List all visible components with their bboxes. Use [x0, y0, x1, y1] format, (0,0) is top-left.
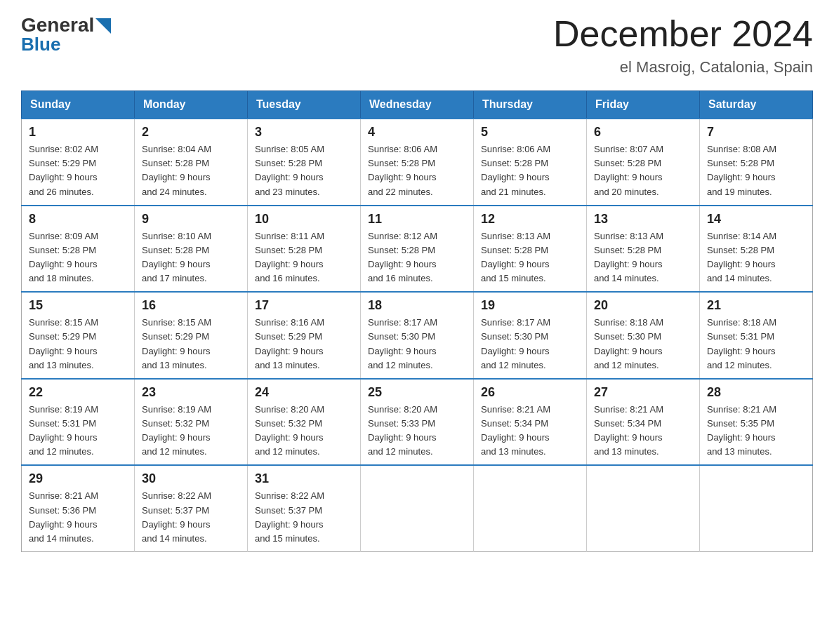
day-number: 13 [594, 212, 692, 227]
daylight-minutes: and 18 minutes. [29, 273, 94, 283]
daylight-label: Daylight: 9 hours [707, 432, 776, 443]
daylight-label: Daylight: 9 hours [29, 259, 98, 269]
calendar-week-row: 22 Sunrise: 8:19 AM Sunset: 5:31 PM Dayl… [22, 379, 813, 466]
day-info: Sunrise: 8:05 AM Sunset: 5:28 PM Dayligh… [255, 142, 353, 199]
day-number: 20 [594, 298, 692, 313]
calendar-day-cell: 19 Sunrise: 8:17 AM Sunset: 5:30 PM Dayl… [474, 292, 587, 379]
sunset-label: Sunset: 5:34 PM [481, 418, 548, 429]
daylight-label: Daylight: 9 hours [368, 432, 437, 443]
col-monday: Monday [135, 91, 248, 119]
sunrise-label: Sunrise: 8:18 AM [707, 317, 776, 328]
sunrise-label: Sunrise: 8:19 AM [29, 404, 98, 415]
daylight-minutes: and 16 minutes. [368, 273, 433, 283]
daylight-minutes: and 14 minutes. [29, 533, 94, 544]
calendar-day-cell: 17 Sunrise: 8:16 AM Sunset: 5:29 PM Dayl… [248, 292, 361, 379]
sunrise-label: Sunrise: 8:06 AM [481, 144, 550, 154]
calendar-header-row: Sunday Monday Tuesday Wednesday Thursday… [22, 91, 813, 119]
day-number: 1 [29, 125, 127, 140]
sunrise-label: Sunrise: 8:21 AM [481, 404, 550, 415]
daylight-minutes: and 12 minutes. [594, 360, 659, 370]
calendar-day-cell: 6 Sunrise: 8:07 AM Sunset: 5:28 PM Dayli… [587, 119, 700, 206]
col-friday: Friday [587, 91, 700, 119]
sunset-label: Sunset: 5:29 PM [255, 331, 322, 342]
calendar-day-cell [587, 465, 700, 551]
day-number: 6 [594, 125, 692, 140]
daylight-label: Daylight: 9 hours [594, 172, 663, 182]
daylight-label: Daylight: 9 hours [481, 259, 550, 269]
sunrise-label: Sunrise: 8:17 AM [368, 317, 437, 328]
calendar-day-cell: 9 Sunrise: 8:10 AM Sunset: 5:28 PM Dayli… [135, 206, 248, 293]
sunset-label: Sunset: 5:33 PM [368, 418, 435, 429]
sunrise-label: Sunrise: 8:12 AM [368, 231, 437, 241]
calendar-day-cell: 1 Sunrise: 8:02 AM Sunset: 5:29 PM Dayli… [22, 119, 135, 206]
sunset-label: Sunset: 5:32 PM [142, 418, 209, 429]
daylight-minutes: and 12 minutes. [368, 446, 433, 457]
day-info: Sunrise: 8:15 AM Sunset: 5:29 PM Dayligh… [142, 316, 240, 373]
day-number: 25 [368, 385, 466, 400]
day-info: Sunrise: 8:19 AM Sunset: 5:32 PM Dayligh… [142, 403, 240, 459]
day-number: 27 [594, 385, 692, 400]
sunrise-label: Sunrise: 8:22 AM [142, 490, 211, 501]
daylight-minutes: and 13 minutes. [142, 360, 207, 370]
day-number: 8 [29, 212, 127, 227]
sunset-label: Sunset: 5:28 PM [707, 158, 774, 168]
calendar-day-cell: 23 Sunrise: 8:19 AM Sunset: 5:32 PM Dayl… [135, 379, 248, 466]
col-sunday: Sunday [22, 91, 135, 119]
day-info: Sunrise: 8:07 AM Sunset: 5:28 PM Dayligh… [594, 142, 692, 199]
calendar-day-cell [700, 465, 813, 551]
daylight-minutes: and 12 minutes. [29, 446, 94, 457]
daylight-minutes: and 13 minutes. [481, 446, 546, 457]
daylight-minutes: and 12 minutes. [255, 446, 320, 457]
col-tuesday: Tuesday [248, 91, 361, 119]
daylight-minutes: and 22 minutes. [368, 187, 433, 197]
day-number: 7 [707, 125, 805, 140]
calendar-day-cell: 12 Sunrise: 8:13 AM Sunset: 5:28 PM Dayl… [474, 206, 587, 293]
sunrise-label: Sunrise: 8:20 AM [368, 404, 437, 415]
sunset-label: Sunset: 5:35 PM [707, 418, 774, 429]
daylight-label: Daylight: 9 hours [594, 259, 663, 269]
day-info: Sunrise: 8:10 AM Sunset: 5:28 PM Dayligh… [142, 229, 240, 286]
sunrise-label: Sunrise: 8:11 AM [255, 231, 324, 241]
day-info: Sunrise: 8:09 AM Sunset: 5:28 PM Dayligh… [29, 229, 127, 286]
sunset-label: Sunset: 5:28 PM [594, 245, 661, 255]
daylight-minutes: and 12 minutes. [707, 360, 772, 370]
sunrise-label: Sunrise: 8:18 AM [594, 317, 663, 328]
calendar-body: 1 Sunrise: 8:02 AM Sunset: 5:29 PM Dayli… [22, 119, 813, 551]
daylight-label: Daylight: 9 hours [255, 172, 324, 182]
daylight-label: Daylight: 9 hours [29, 172, 98, 182]
calendar-day-cell: 7 Sunrise: 8:08 AM Sunset: 5:28 PM Dayli… [700, 119, 813, 206]
day-info: Sunrise: 8:22 AM Sunset: 5:37 PM Dayligh… [142, 489, 240, 546]
day-info: Sunrise: 8:21 AM Sunset: 5:36 PM Dayligh… [29, 489, 127, 546]
logo-blue: Blue [21, 34, 60, 55]
calendar-day-cell: 3 Sunrise: 8:05 AM Sunset: 5:28 PM Dayli… [248, 119, 361, 206]
calendar-day-cell: 25 Sunrise: 8:20 AM Sunset: 5:33 PM Dayl… [361, 379, 474, 466]
sunrise-label: Sunrise: 8:22 AM [255, 490, 324, 501]
sunrise-label: Sunrise: 8:13 AM [594, 231, 663, 241]
calendar-day-cell: 5 Sunrise: 8:06 AM Sunset: 5:28 PM Dayli… [474, 119, 587, 206]
day-number: 24 [255, 385, 353, 400]
logo-arrow-icon [95, 18, 111, 34]
sunset-label: Sunset: 5:28 PM [707, 245, 774, 255]
day-info: Sunrise: 8:20 AM Sunset: 5:32 PM Dayligh… [255, 403, 353, 459]
daylight-label: Daylight: 9 hours [29, 346, 98, 356]
day-number: 30 [142, 471, 240, 486]
daylight-label: Daylight: 9 hours [29, 519, 98, 530]
day-number: 17 [255, 298, 353, 313]
day-info: Sunrise: 8:08 AM Sunset: 5:28 PM Dayligh… [707, 142, 805, 199]
day-number: 21 [707, 298, 805, 313]
daylight-label: Daylight: 9 hours [368, 346, 437, 356]
sunset-label: Sunset: 5:36 PM [29, 505, 96, 516]
calendar-day-cell: 21 Sunrise: 8:18 AM Sunset: 5:31 PM Dayl… [700, 292, 813, 379]
sunset-label: Sunset: 5:28 PM [368, 245, 435, 255]
logo: General Blue [21, 14, 111, 55]
sunrise-label: Sunrise: 8:07 AM [594, 144, 663, 154]
calendar-week-row: 1 Sunrise: 8:02 AM Sunset: 5:29 PM Dayli… [22, 119, 813, 206]
sunrise-label: Sunrise: 8:17 AM [481, 317, 550, 328]
daylight-label: Daylight: 9 hours [255, 259, 324, 269]
daylight-label: Daylight: 9 hours [707, 259, 776, 269]
calendar-day-cell: 16 Sunrise: 8:15 AM Sunset: 5:29 PM Dayl… [135, 292, 248, 379]
sunset-label: Sunset: 5:28 PM [594, 158, 661, 168]
day-number: 5 [481, 125, 579, 140]
sunrise-label: Sunrise: 8:15 AM [142, 317, 211, 328]
calendar-day-cell: 24 Sunrise: 8:20 AM Sunset: 5:32 PM Dayl… [248, 379, 361, 466]
